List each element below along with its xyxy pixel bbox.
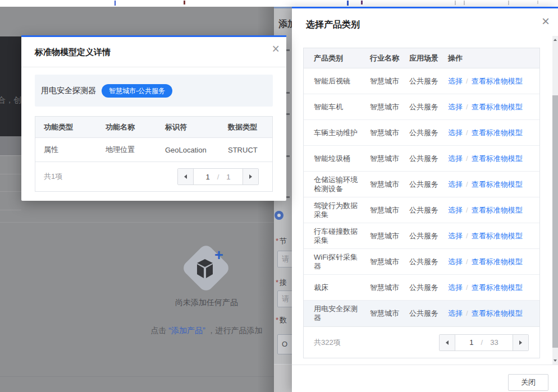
page-indicator[interactable]: 1 / 1 [194, 169, 243, 185]
next-page-button[interactable] [243, 169, 258, 185]
product-info-bar: 用电安全探测器 智慧城市-公共服务 [35, 75, 273, 107]
table-body: 智能后视镜 智慧城市 公共服务 选择/查看标准物模型 智能车机 智慧城市 公共服… [304, 68, 539, 326]
view-model-link[interactable]: 查看标准物模型 [472, 103, 523, 111]
page-separator: / [481, 338, 483, 347]
table-row: 智能垃圾桶 智慧城市 公共服务 选择/查看标准物模型 [304, 146, 539, 172]
browser-artifact-tick [115, 1, 116, 6]
close-panel-button[interactable]: 关闭 [508, 374, 548, 391]
cell-industry: 智慧城市 [370, 154, 409, 164]
view-model-link[interactable]: 查看标准物模型 [472, 154, 523, 163]
modal-top-border [21, 35, 286, 37]
select-link[interactable]: 选择 [448, 257, 463, 266]
view-model-link[interactable]: 查看标准物模型 [472, 206, 523, 214]
table-row: 仓储运输环境检测设备 智慧城市 公共服务 选择/查看标准物模型 [304, 172, 539, 197]
browser-artifact-tick [508, 1, 509, 5]
table-row: 行车碰撞数据采集 智慧城市 公共服务 选择/查看标准物模型 [304, 223, 539, 249]
chevron-left-icon [446, 340, 449, 345]
empty-state-title: 尚未添加任何产品 [135, 298, 274, 308]
select-link[interactable]: 选择 [448, 103, 463, 111]
browser-artifact-tick [361, 1, 363, 4]
scrollbar-thumb[interactable] [552, 95, 558, 348]
prev-page-button[interactable] [440, 335, 455, 351]
cell-actions: 选择/查看标准物模型 [448, 257, 539, 267]
obscured-text-fragment [286, 196, 290, 198]
page-band-dimmed [0, 136, 21, 155]
action-divider: / [466, 103, 468, 111]
cell-data-type: STRUCT [228, 146, 272, 154]
browser-artifact-tick [537, 1, 538, 4]
cell-func-type: 属性 [35, 145, 106, 155]
view-model-link[interactable]: 查看标准物模型 [472, 77, 523, 85]
select-link[interactable]: 选择 [448, 309, 463, 317]
action-divider: / [466, 180, 468, 188]
field-label-text: 接 [280, 278, 287, 287]
category-table: 产品类别 行业名称 应用场景 操作 智能后视镜 智慧城市 公共服务 选择/查看标… [303, 48, 540, 358]
cell-category: 行车碰撞数据采集 [304, 227, 370, 245]
hint-prefix: 点击 [150, 326, 168, 335]
select-link[interactable]: 选择 [448, 154, 463, 163]
table-row: 驾驶行为数据采集 智慧城市 公共服务 选择/查看标准物模型 [304, 197, 539, 223]
field-label-text: 节 [280, 237, 287, 245]
view-model-link[interactable]: 查看标准物模型 [472, 257, 523, 266]
cell-industry: 智慧城市 [370, 128, 409, 138]
field-label-data-format: *数 [276, 315, 287, 325]
view-model-link[interactable]: 查看标准物模型 [472, 128, 523, 137]
col-header-func-name: 功能名称 [106, 122, 165, 132]
cell-actions: 选择/查看标准物模型 [448, 283, 539, 293]
divider [21, 67, 286, 67]
scrollbar[interactable] [552, 36, 558, 365]
total-pages: 33 [490, 338, 498, 347]
cell-scenario: 公共服务 [409, 283, 448, 293]
view-model-link[interactable]: 查看标准物模型 [472, 309, 523, 317]
scroll-down-icon[interactable] [554, 359, 557, 362]
add-product-link-dimmed: “添加产品” [168, 326, 205, 335]
hint-suffix: ，进行产品添加 [205, 326, 263, 335]
action-divider: / [466, 257, 468, 266]
cell-actions: 选择/查看标准物模型 [448, 154, 539, 164]
divider [0, 155, 21, 156]
select-link[interactable]: 选择 [448, 206, 463, 214]
select-link[interactable]: 选择 [448, 232, 463, 240]
cell-industry: 智慧城市 [370, 179, 409, 190]
cell-category: 智能垃圾桶 [304, 154, 370, 163]
cell-scenario: 公共服务 [409, 128, 448, 138]
select-link[interactable]: 选择 [448, 77, 463, 85]
drawer-top-border [274, 7, 292, 8]
view-model-link[interactable]: 查看标准物模型 [472, 180, 523, 188]
total-pages: 1 [226, 173, 230, 181]
table-row: 智能后视镜 智慧城市 公共服务 选择/查看标准物模型 [304, 68, 539, 94]
cell-industry: 智慧城市 [370, 205, 409, 215]
page-indicator[interactable]: 1 / 33 [455, 335, 513, 351]
cell-category: 仓储运输环境检测设备 [304, 176, 370, 193]
cell-actions: 选择/查看标准物模型 [448, 128, 539, 138]
scroll-up-icon[interactable] [554, 39, 557, 41]
panel-top-border [292, 7, 558, 8]
cell-category: 车辆主动维护 [304, 128, 370, 137]
select-link[interactable]: 选择 [448, 283, 463, 292]
obscured-text-fragment [286, 49, 290, 51]
close-icon[interactable]: × [272, 43, 280, 56]
select-link[interactable]: 选择 [448, 180, 463, 188]
cell-scenario: 公共服务 [409, 102, 448, 112]
col-header-category: 产品类别 [304, 54, 370, 63]
model-detail-modal: 标准物模型定义详情 × 用电安全探测器 智慧城市-公共服务 功能类型 功能名称 … [21, 35, 286, 201]
node-type-select: 请 [277, 251, 292, 268]
chevron-right-icon [519, 340, 522, 345]
select-link[interactable]: 选择 [448, 128, 463, 137]
table-footer: 共1项 1 / 1 [35, 162, 272, 191]
total-count: 共322项 [314, 338, 341, 348]
cell-category: 用电安全探测器 [304, 305, 370, 322]
table-row: 智能车机 智慧城市 公共服务 选择/查看标准物模型 [304, 94, 539, 120]
view-model-link[interactable]: 查看标准物模型 [472, 232, 523, 240]
next-page-button[interactable] [513, 335, 528, 351]
cell-func-name: 地理位置 [106, 145, 165, 155]
required-asterisk: * [276, 237, 278, 245]
close-icon[interactable]: × [542, 15, 550, 28]
prev-page-button[interactable] [178, 169, 194, 185]
drawer-footer-dimmed [274, 365, 292, 392]
cell-category: 智能后视镜 [304, 77, 370, 86]
divider [0, 210, 21, 210]
cell-industry: 智慧城市 [370, 76, 409, 86]
cell-industry: 智慧城市 [370, 102, 409, 112]
view-model-link[interactable]: 查看标准物模型 [472, 283, 523, 292]
